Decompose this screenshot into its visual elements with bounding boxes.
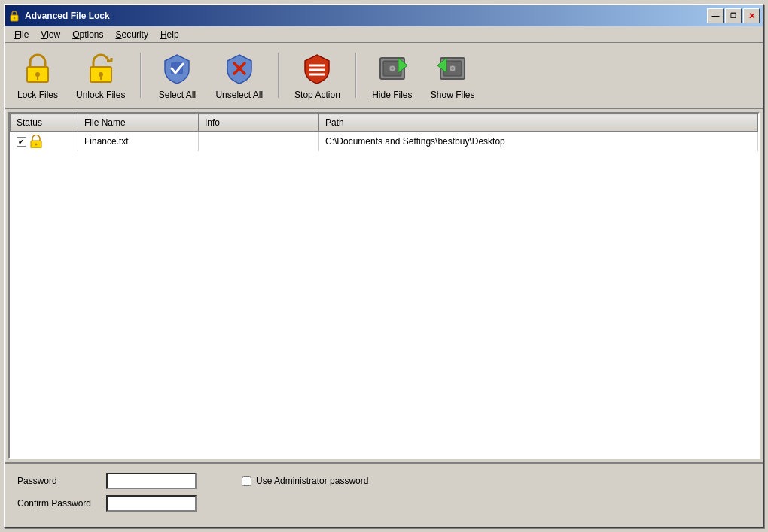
file-table: Status File Name Info Path ✔ — [10, 114, 758, 151]
unselect-all-label: Unselect All — [215, 90, 263, 100]
menu-security[interactable]: Security — [110, 28, 154, 41]
menu-file[interactable]: File — [8, 28, 35, 41]
password-input[interactable] — [106, 473, 197, 489]
row-status-cell: ✔ — [11, 132, 78, 152]
select-all-button[interactable]: Select All — [151, 47, 203, 103]
row-filename: Finance.txt — [78, 132, 199, 152]
toolbar: Lock Files Unlock Files — [5, 43, 763, 109]
lock-files-label: Lock Files — [17, 90, 58, 100]
restore-button[interactable]: ❐ — [725, 8, 742, 23]
select-all-icon — [159, 50, 195, 87]
table-header-row: Status File Name Info Path — [11, 114, 758, 132]
window-title: Advanced File Lock — [25, 11, 110, 21]
show-files-icon — [434, 50, 471, 87]
select-all-label: Select All — [159, 90, 196, 100]
unlock-files-button[interactable]: Unlock Files — [70, 47, 131, 103]
menu-help[interactable]: Help — [154, 28, 185, 41]
row-path: C:\Documents and Settings\bestbuy\Deskto… — [319, 132, 758, 152]
title-bar: Advanced File Lock — ❐ ✕ — [5, 5, 763, 26]
col-status: Status — [11, 114, 78, 132]
row-status: ✔ — [17, 135, 72, 148]
svg-point-18 — [391, 67, 394, 70]
file-list-area: Status File Name Info Path ✔ — [8, 112, 760, 459]
col-filename: File Name — [78, 114, 199, 132]
lock-files-icon — [20, 50, 56, 87]
col-path: Path — [319, 114, 758, 132]
confirm-password-row: Confirm Password — [17, 495, 197, 512]
separator-1 — [140, 53, 142, 98]
svg-point-1 — [14, 17, 16, 20]
unselect-all-button[interactable]: Unselect All — [209, 47, 269, 103]
svg-point-25 — [35, 144, 37, 146]
col-info: Info — [199, 114, 319, 132]
show-files-button[interactable]: Show Files — [425, 47, 481, 103]
title-buttons: — ❐ ✕ — [707, 8, 760, 23]
password-row: Password — [17, 473, 197, 489]
hide-files-icon — [374, 50, 410, 87]
minimize-button[interactable]: — — [707, 8, 724, 23]
bottom-panel: Password Confirm Password Use Administra… — [5, 462, 763, 527]
menu-view[interactable]: View — [35, 28, 66, 41]
menu-bar: File View Options Security Help — [5, 26, 763, 43]
svg-point-23 — [451, 67, 454, 70]
unlock-files-icon — [83, 50, 119, 87]
confirm-password-label: Confirm Password — [17, 498, 100, 509]
password-label: Password — [17, 476, 100, 486]
svg-point-3 — [35, 72, 40, 77]
separator-2 — [278, 53, 279, 98]
svg-point-6 — [99, 72, 103, 77]
stop-action-button[interactable]: Stop Action — [288, 47, 346, 103]
row-checkbox[interactable]: ✔ — [17, 137, 26, 147]
row-info — [199, 132, 319, 152]
separator-3 — [355, 53, 357, 98]
admin-password-label: Use Administrator password — [256, 476, 368, 486]
close-button[interactable]: ✕ — [743, 8, 760, 23]
admin-password-checkbox[interactable] — [242, 476, 251, 486]
hide-files-button[interactable]: Hide Files — [366, 47, 419, 103]
hide-files-label: Hide Files — [372, 90, 412, 100]
show-files-label: Show Files — [431, 90, 475, 100]
title-bar-left: Advanced File Lock — [8, 10, 110, 22]
unlock-files-label: Unlock Files — [76, 90, 125, 100]
app-icon — [8, 10, 20, 22]
main-window: Advanced File Lock — ❐ ✕ File View Optio… — [4, 4, 764, 528]
stop-action-icon — [299, 50, 335, 87]
lock-files-button[interactable]: Lock Files — [11, 47, 64, 103]
stop-action-label: Stop Action — [294, 90, 340, 100]
confirm-password-input[interactable] — [106, 495, 197, 512]
lock-status-icon — [29, 135, 43, 148]
menu-options[interactable]: Options — [66, 28, 109, 41]
table-row[interactable]: ✔ Finance.txt C:\Documents and Settings\… — [11, 132, 758, 152]
unselect-all-icon — [221, 50, 258, 87]
